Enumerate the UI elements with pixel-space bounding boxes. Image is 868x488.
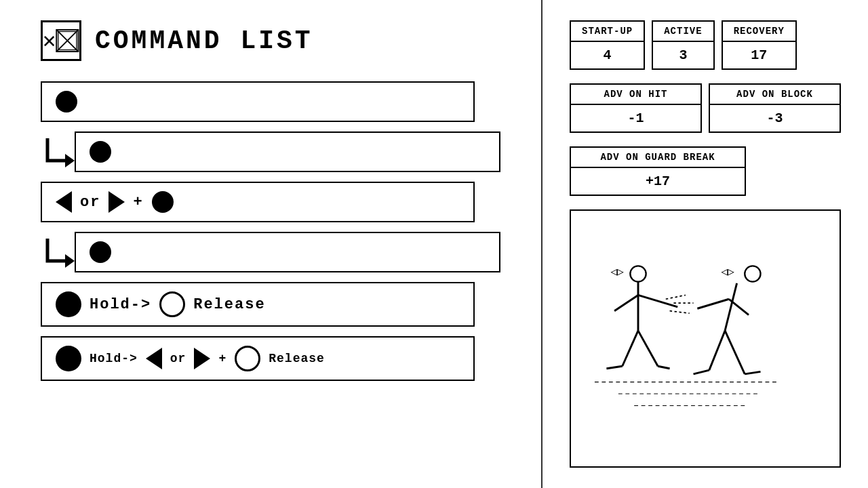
- command-box-2: [75, 131, 500, 172]
- svg-line-11: [638, 295, 677, 306]
- release-label-1: Release: [193, 296, 265, 313]
- character-illustration: ◁▷ ◁▷: [570, 209, 841, 468]
- command-row-3: or +: [41, 182, 500, 222]
- button-circle-5: [56, 291, 81, 317]
- svg-line-18: [697, 299, 729, 308]
- empty-circle-5: [159, 291, 185, 317]
- svg-line-12: [614, 295, 638, 310]
- button-circle-3: [152, 191, 174, 213]
- right-panel: START-UP 4 ACTIVE 3 RECOVERY 17 ADV ON H…: [542, 0, 868, 488]
- command-box-4: [75, 232, 500, 272]
- adv-hit-value: -1: [616, 105, 654, 131]
- svg-point-9: [745, 266, 760, 281]
- adv-hit-label: ADV ON HIT: [571, 85, 701, 105]
- icon-svg: [56, 22, 79, 59]
- command-row-2: [41, 131, 500, 172]
- svg-line-28: [670, 311, 690, 313]
- stats-row-1: START-UP 4 ACTIVE 3 RECOVERY 17: [570, 20, 841, 70]
- command-box-3: or +: [41, 182, 475, 222]
- button-circle-4: [90, 241, 111, 263]
- guard-break-value: +17: [635, 168, 681, 195]
- svg-line-17: [725, 283, 736, 331]
- command-box-5: Hold-> Release: [41, 282, 475, 327]
- command-row-1: [41, 81, 500, 122]
- recovery-label: RECOVERY: [723, 22, 795, 42]
- svg-line-15: [606, 366, 622, 368]
- adv-block-label: ADV ON BLOCK: [710, 85, 840, 105]
- active-label: ACTIVE: [653, 22, 713, 42]
- command-row-6: Hold-> or + Release: [41, 336, 500, 381]
- indent-arrow-4: [41, 235, 75, 269]
- stats-row-3: ADV ON GUARD BREAK +17: [570, 146, 841, 196]
- svg-line-23: [745, 371, 760, 373]
- svg-marker-4: [65, 154, 75, 167]
- button-circle-6: [56, 346, 81, 371]
- illustration-svg: ◁▷ ◁▷: [571, 211, 840, 466]
- command-list-icon: [41, 20, 81, 61]
- stat-adv-hit: ADV ON HIT -1: [570, 83, 702, 133]
- active-value: 3: [668, 42, 698, 68]
- svg-line-14: [638, 331, 658, 366]
- empty-circle-6: [235, 346, 260, 371]
- svg-line-16: [658, 366, 669, 368]
- startup-value: 4: [593, 42, 623, 68]
- or-label-1: or: [80, 194, 100, 211]
- guard-break-label: ADV ON GUARD BREAK: [571, 148, 745, 168]
- command-row-5: Hold-> Release: [41, 282, 500, 327]
- left-panel: COMMAND LIST or +: [0, 0, 542, 488]
- button-circle-1: [56, 91, 77, 113]
- right-arrow-icon: [108, 191, 125, 213]
- plus-label-1: +: [133, 194, 143, 211]
- hold-label-1: Hold->: [90, 296, 151, 313]
- command-row-4: [41, 232, 500, 272]
- page-title: COMMAND LIST: [95, 26, 313, 56]
- stat-recovery: RECOVERY 17: [722, 20, 797, 70]
- svg-line-20: [709, 331, 725, 370]
- right-arrow-icon-2: [194, 348, 210, 369]
- stat-startup: START-UP 4: [570, 20, 645, 70]
- svg-marker-5: [65, 254, 75, 268]
- svg-line-13: [623, 331, 638, 366]
- release-label-2: Release: [269, 352, 325, 365]
- plus-label-2: +: [218, 352, 226, 365]
- left-arrow-icon: [56, 191, 72, 213]
- stat-adv-block: ADV ON BLOCK -3: [709, 83, 841, 133]
- svg-line-22: [694, 370, 709, 374]
- recovery-value: 17: [740, 42, 778, 68]
- left-arrow-icon-2: [146, 348, 162, 369]
- or-label-2: or: [170, 352, 186, 365]
- command-box-1: [41, 81, 475, 122]
- header: COMMAND LIST: [41, 20, 500, 61]
- stat-guard-break: ADV ON GUARD BREAK +17: [570, 146, 746, 196]
- stat-active: ACTIVE 3: [652, 20, 714, 70]
- startup-label: START-UP: [571, 22, 644, 42]
- svg-point-7: [630, 266, 646, 281]
- svg-line-27: [666, 295, 686, 299]
- svg-text:◁▷: ◁▷: [721, 265, 734, 278]
- svg-line-21: [725, 331, 745, 374]
- hold-label-2: Hold->: [90, 352, 138, 365]
- button-circle-2: [90, 141, 111, 163]
- stats-row-2: ADV ON HIT -1 ADV ON BLOCK -3: [570, 83, 841, 133]
- svg-text:◁▷: ◁▷: [610, 265, 624, 278]
- indent-arrow-2: [41, 135, 75, 169]
- adv-block-value: -3: [755, 105, 793, 131]
- command-box-6: Hold-> or + Release: [41, 336, 475, 381]
